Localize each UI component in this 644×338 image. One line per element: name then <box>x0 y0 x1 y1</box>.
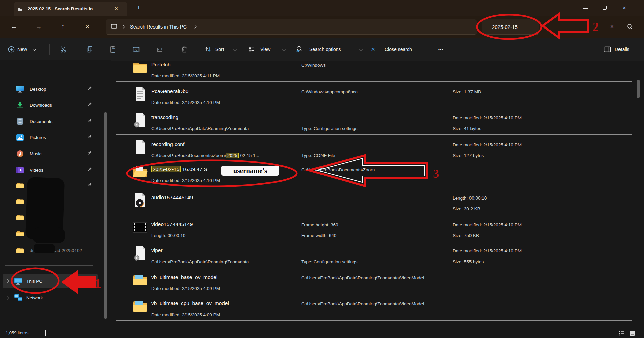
address-bar[interactable]: Search Results in This PC <box>106 19 477 35</box>
delete-button[interactable] <box>178 43 191 56</box>
file-detail: Size: 41 bytes <box>453 126 481 131</box>
censored-username-overlay: username's <box>221 166 279 176</box>
list-view-icon[interactable] <box>618 331 625 337</box>
file-row[interactable]: video1574445149Frame height: 360Date mod… <box>0 215 644 241</box>
tab-folder-icon <box>18 7 23 11</box>
file-row[interactable]: PrefetchC:\WindowsDate modified: 2/15/20… <box>0 60 644 82</box>
back-button[interactable]: ← <box>8 16 20 38</box>
file-row[interactable]: recording.confDate modified: 2/15/2025 4… <box>0 135 644 160</box>
file-detail: C:\Users\ProBook\Documents\Zoom <box>301 167 375 172</box>
file-detail: Date modified: 2/15/2025 4:09 PM <box>151 312 220 317</box>
forward-button[interactable]: → <box>33 16 45 38</box>
file-detail: Type: CONF File <box>301 153 335 158</box>
search-value: 2025-02-15 <box>492 24 518 30</box>
sort-button[interactable]: Sort <box>215 38 224 61</box>
maximize-icon <box>603 6 607 10</box>
maximize-button[interactable] <box>597 3 612 13</box>
folder-model-icon <box>132 298 148 315</box>
file-row[interactable]: transcodingDate modified: 2/15/2025 4:10… <box>0 108 644 135</box>
more-options-button[interactable]: ••• <box>438 38 443 61</box>
sort-chevron-icon <box>233 47 237 51</box>
sort-icon[interactable] <box>201 43 215 56</box>
tab-close-icon[interactable]: × <box>113 6 120 12</box>
view-chevron-icon <box>282 47 286 51</box>
file-detail: Size: 555 bytes <box>453 259 484 264</box>
file-detail: C:\Users\ProBook\AppData\Roaming\Zoom\da… <box>301 301 424 306</box>
folder-icon <box>132 60 148 76</box>
minimize-button[interactable]: — <box>578 3 593 13</box>
thumbnail-view-icon[interactable] <box>629 331 635 337</box>
status-bar: 1,059 items <box>0 328 644 338</box>
file-row[interactable]: vb_ultimate_cpu_base_ov_modelC:\Users\Pr… <box>0 294 644 321</box>
file-row[interactable]: viperDate modified: 2/15/2025 4:10 PMC:\… <box>0 241 644 268</box>
this-pc-icon <box>111 24 117 30</box>
row-separator <box>116 320 632 321</box>
status-divider <box>45 330 46 336</box>
file-detail: Size: 127 bytes <box>453 153 484 158</box>
file-row[interactable]: vb_ultimate_base_ov_modelC:\Users\ProBoo… <box>0 268 644 294</box>
file-list: PrefetchC:\WindowsDate modified: 2/15/20… <box>0 60 644 328</box>
details-pane-icon[interactable] <box>601 43 614 56</box>
search-options-icon[interactable] <box>293 43 306 56</box>
file-row[interactable]: 2025-02-15 16.09.47 Ss ...C:\Users\ProBo… <box>0 160 644 188</box>
file-detail: Date modified: 2/15/2025 4:10 PM <box>453 142 522 147</box>
file-name: vb_ultimate_cpu_base_ov_model <box>151 300 229 306</box>
file-path: C:\Users\ProBook\Documents\Zoom\2025-02-… <box>151 153 259 158</box>
new-icon[interactable] <box>5 43 18 56</box>
new-chevron-icon <box>32 47 36 51</box>
up-button[interactable]: ↑ <box>57 16 69 38</box>
close-window-button[interactable]: × <box>616 3 632 13</box>
items-count: 1,059 items <box>6 330 28 335</box>
folder-open-icon <box>132 164 148 180</box>
stop-refresh-button[interactable]: × <box>81 16 93 38</box>
view-icon[interactable] <box>245 43 258 56</box>
toolbar-separator <box>197 44 197 55</box>
toolbar-separator <box>434 44 434 55</box>
file-detail: Frame height: 360 <box>301 222 338 227</box>
tab-title: 2025-02-15 - Search Results in <box>28 6 93 11</box>
file-detail: Date modified: 2/15/2025 4:10 PM <box>453 222 522 227</box>
command-toolbar: New A Sort View <box>0 38 644 61</box>
vertical-scrollbar[interactable] <box>637 80 640 98</box>
search-input[interactable]: 2025-02-15 <box>482 19 539 35</box>
file-detail: Date modified: 2/15/2025 4:10 PM <box>151 100 220 105</box>
file-detail: Size: 30.2 KB <box>453 206 480 211</box>
close-search-button[interactable]: Close search <box>385 38 412 61</box>
details-button[interactable]: Details <box>615 38 629 61</box>
file-name: Prefetch <box>151 62 171 68</box>
file-row[interactable]: PcaGeneralDb0C:\Windows\appcompat\pcaSiz… <box>0 82 644 108</box>
file-detail: Length: 00:00:10 <box>453 195 487 201</box>
search-options-chevron-icon <box>359 47 363 51</box>
file-row[interactable]: audio1574445149Length: 00:00:10Size: 30.… <box>0 188 644 215</box>
doc-config-icon <box>132 245 148 262</box>
file-detail: Frame width: 640 <box>301 233 336 238</box>
file-detail: Size: 750 KB <box>453 233 479 238</box>
new-button[interactable]: New <box>17 38 27 61</box>
highlighted-date: 2025-02-15 <box>151 166 181 172</box>
file-name: transcoding <box>151 114 178 120</box>
new-tab-button[interactable]: + <box>135 4 142 12</box>
rename-button[interactable]: A <box>130 43 143 56</box>
navigation-bar: ← → ↑ × Search Results in This PC 2025-0… <box>0 16 644 38</box>
file-detail: C:\Users\ProBook\AppData\Roaming\Zoom\da… <box>301 275 424 280</box>
toolbar-separator <box>289 44 289 55</box>
file-detail: Length: 00:00:10 <box>151 233 185 238</box>
search-icon[interactable] <box>624 16 636 38</box>
file-detail: C:\Windows\appcompat\pca <box>301 89 358 94</box>
copy-button[interactable] <box>83 43 96 56</box>
file-detail: C:\Windows <box>301 63 326 68</box>
file-detail: Date modified: 2/15/2025 4:10 PM <box>453 115 522 120</box>
file-name: PcaGeneralDb0 <box>151 88 188 94</box>
svg-text:A: A <box>135 48 137 51</box>
paste-button[interactable] <box>106 43 119 56</box>
close-search-x-icon: × <box>371 38 375 61</box>
search-options-button[interactable]: Search options <box>309 38 341 61</box>
file-detail: Date modified: 2/15/2025 4:11 PM <box>151 73 220 78</box>
share-button[interactable] <box>153 43 167 56</box>
view-button[interactable]: View <box>260 38 270 61</box>
breadcrumb[interactable]: Search Results in This PC <box>130 24 187 30</box>
cut-button[interactable] <box>57 43 70 56</box>
tab-search-results[interactable]: 2025-02-15 - Search Results in × <box>14 2 127 16</box>
clear-search-button[interactable]: × <box>606 16 618 38</box>
file-explorer-window: 2025-02-15 - Search Results in × + — × ←… <box>0 0 644 338</box>
